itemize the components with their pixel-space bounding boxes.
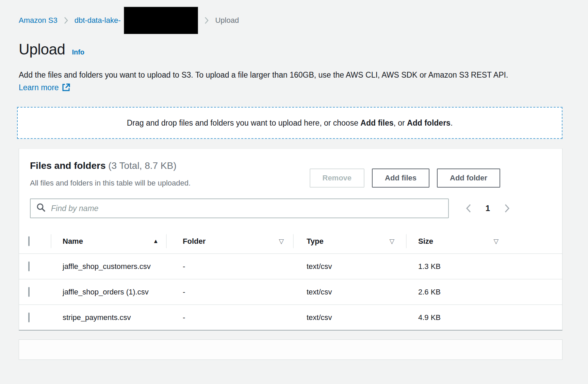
file-folder-cell: - [166, 254, 293, 279]
panel-header: Files and folders (3 Total, 8.7 KB) All … [19, 160, 562, 188]
current-page-number[interactable]: 1 [486, 204, 490, 213]
redacted-bucket-name [124, 7, 198, 34]
column-header-name[interactable]: Name▲ [51, 229, 166, 254]
info-link[interactable]: Info [72, 48, 84, 56]
chevron-right-icon [203, 16, 210, 25]
table-row: jaffle_shop_orders (1).csv - text/csv 2.… [19, 279, 562, 305]
breadcrumb-current-page: Upload [215, 16, 239, 25]
row-checkbox[interactable] [28, 261, 30, 271]
description-text: Add the files and folders you want to up… [19, 70, 508, 79]
files-table: Name▲ Folder▽ Type▽ Size▽ jaffle_shop_cu… [19, 229, 562, 330]
sort-icon[interactable]: ▽ [279, 237, 284, 245]
learn-more-link[interactable]: Learn more [19, 83, 59, 92]
select-all-checkbox[interactable] [28, 236, 30, 246]
sort-icon[interactable]: ▽ [493, 237, 499, 245]
search-box[interactable] [30, 198, 449, 218]
files-and-folders-panel: Files and folders (3 Total, 8.7 KB) All … [19, 148, 562, 331]
row-checkbox[interactable] [28, 313, 30, 322]
next-section-panel-edge [19, 339, 562, 360]
file-size-cell: 4.9 KB [406, 305, 562, 330]
file-name-cell: jaffle_shop_orders (1).csv [51, 279, 166, 305]
previous-page-icon[interactable] [464, 203, 473, 213]
file-name-cell: jaffle_shop_customers.csv [51, 254, 166, 279]
table-body: jaffle_shop_customers.csv - text/csv 1.3… [19, 254, 562, 330]
file-folder-cell: - [166, 279, 293, 305]
remove-button[interactable]: Remove [310, 169, 365, 188]
page-title-row: Upload Info [19, 41, 588, 58]
select-all-checkbox-cell [19, 229, 51, 254]
file-name-cell: stripe_payments.csv [51, 305, 166, 330]
panel-count: (3 Total, 8.7 KB) [108, 160, 176, 171]
column-header-type[interactable]: Type▽ [293, 229, 406, 254]
chevron-right-icon [63, 16, 69, 25]
sort-icon[interactable]: ▽ [389, 237, 394, 245]
file-type-cell: text/csv [293, 254, 406, 279]
search-input[interactable] [51, 204, 443, 213]
add-files-button[interactable]: Add files [372, 169, 429, 188]
next-page-icon[interactable] [502, 203, 511, 213]
panel-subtitle: All files and folders in this table will… [30, 179, 191, 188]
breadcrumb-bucket-link[interactable]: dbt-data-lake- [75, 16, 121, 25]
table-row: stripe_payments.csv - text/csv 4.9 KB [19, 305, 562, 330]
panel-title-block: Files and folders (3 Total, 8.7 KB) All … [30, 160, 191, 188]
dropzone-text: Drag and drop files and folders you want… [127, 118, 453, 128]
file-type-cell: text/csv [293, 305, 406, 330]
breadcrumb: Amazon S3 dbt-data-lake- Upload [19, 15, 588, 26]
pagination: 1 [464, 203, 511, 213]
panel-title: Files and folders [30, 160, 106, 171]
panel-actions: Remove Add files Add folder [310, 169, 501, 188]
page-title: Upload [19, 41, 65, 58]
search-row: 1 [19, 198, 562, 218]
row-checkbox[interactable] [28, 287, 30, 297]
file-size-cell: 1.3 KB [406, 254, 562, 279]
search-icon [36, 203, 46, 214]
drag-and-drop-zone[interactable]: Drag and drop files and folders you want… [17, 107, 562, 139]
external-link-icon [62, 83, 70, 95]
file-folder-cell: - [166, 305, 293, 330]
breadcrumb-amazon-s3-link[interactable]: Amazon S3 [19, 16, 58, 25]
add-folder-button[interactable]: Add folder [437, 169, 500, 188]
table-row: jaffle_shop_customers.csv - text/csv 1.3… [19, 254, 562, 279]
column-header-size[interactable]: Size▽ [406, 229, 562, 254]
file-size-cell: 2.6 KB [406, 279, 562, 305]
file-type-cell: text/csv [293, 279, 406, 305]
sort-ascending-icon[interactable]: ▲ [153, 238, 159, 245]
column-header-folder[interactable]: Folder▽ [166, 229, 293, 254]
page-description: Add the files and folders you want to up… [19, 69, 519, 95]
table-header-row: Name▲ Folder▽ Type▽ Size▽ [19, 229, 562, 254]
